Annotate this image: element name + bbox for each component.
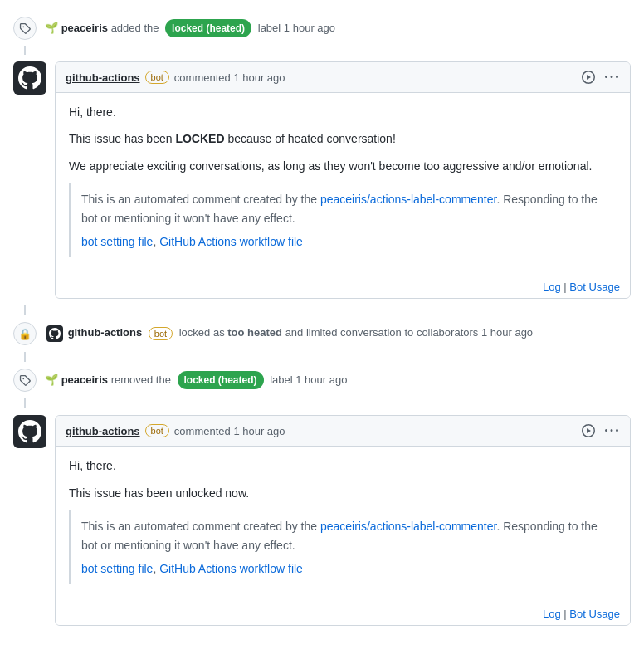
lock-bot-badge: bot bbox=[149, 327, 173, 340]
comment2-line-2: This issue has been unlocked now. bbox=[69, 484, 617, 502]
event-time: 1 hour ago bbox=[284, 22, 335, 34]
comment-body-2: Hi, there. This issue has been unlocked … bbox=[56, 447, 630, 603]
comment-line-2: This issue has been LOCKED because of he… bbox=[69, 129, 617, 148]
more-button-2[interactable] bbox=[603, 422, 620, 439]
removed-label-badge: locked (heated) bbox=[178, 371, 264, 389]
comment2-line-1: Hi, there. bbox=[69, 457, 617, 475]
bot-badge-2: bot bbox=[145, 424, 169, 437]
bot-badge-1: bot bbox=[145, 71, 169, 84]
commenter-link-2[interactable]: peaceiris/actions-label-commenter bbox=[320, 520, 496, 533]
bot-usage-link-1[interactable]: Bot Usage bbox=[569, 281, 620, 293]
workflow-link-1[interactable]: GitHub Actions workflow file bbox=[159, 235, 303, 248]
avatar-github-actions-1 bbox=[13, 61, 46, 95]
lock-actor-link[interactable]: github-actions bbox=[68, 327, 143, 339]
comment-author-1[interactable]: github-actions bbox=[66, 71, 140, 84]
comment-meta-2: commented 1 hour ago bbox=[174, 425, 285, 437]
label-remove-event: 🌱 peaceiris removed the locked (heated) … bbox=[45, 371, 347, 389]
comment-footer-2: Log | Bot Usage bbox=[56, 603, 630, 625]
comment-author-2[interactable]: github-actions bbox=[66, 425, 140, 437]
comment-line-1: Hi, there. bbox=[69, 103, 617, 121]
avatar-github-actions-2 bbox=[13, 415, 46, 448]
tag-icon-2 bbox=[13, 369, 37, 392]
more-button-1[interactable] bbox=[603, 69, 620, 85]
actor-emoji: 🌱 bbox=[45, 22, 58, 34]
comment-body-1: Hi, there. This issue has been LOCKED be… bbox=[56, 93, 630, 276]
commenter-link-1[interactable]: peaceiris/actions-label-commenter bbox=[320, 193, 496, 206]
emoji-button-2[interactable] bbox=[580, 422, 597, 439]
comment-container-2: github-actions bot commented 1 hour ago … bbox=[55, 415, 631, 626]
blockquote-1: This is an automated comment created by … bbox=[69, 183, 617, 257]
comment-header-2: github-actions bot commented 1 hour ago bbox=[56, 416, 630, 447]
lock-icon-circle: 🔒 bbox=[13, 322, 37, 345]
label-badge: locked (heated) bbox=[165, 19, 251, 37]
actor-emoji-2: 🌱 bbox=[45, 374, 58, 386]
inline-avatar-lock bbox=[46, 325, 63, 342]
log-link-2[interactable]: Log bbox=[543, 608, 561, 620]
comment-meta-1: commented 1 hour ago bbox=[174, 71, 285, 84]
tag-icon bbox=[13, 17, 37, 40]
actor-link[interactable]: peaceiris bbox=[61, 22, 108, 34]
comment-header-1: github-actions bot commented 1 hour ago bbox=[56, 62, 630, 93]
label-remove-time: 1 hour ago bbox=[295, 374, 347, 386]
workflow-link-2[interactable]: GitHub Actions workflow file bbox=[159, 562, 303, 575]
emoji-button-1[interactable] bbox=[580, 69, 597, 85]
blockquote-2: This is an automated comment created by … bbox=[69, 510, 617, 584]
lock-reason: too heated bbox=[227, 327, 282, 339]
bot-setting-link-2[interactable]: bot setting file bbox=[81, 562, 153, 575]
label-add-event: 🌱 peaceiris added the locked (heated) la… bbox=[45, 19, 335, 37]
comment-block-2: github-actions bot commented 1 hour ago … bbox=[13, 415, 631, 626]
comment-footer-1: Log | Bot Usage bbox=[56, 276, 630, 298]
log-link-1[interactable]: Log bbox=[543, 281, 561, 293]
lock-event: 🔒 github-actions bot locked as too heate… bbox=[13, 315, 631, 352]
bot-setting-link-1[interactable]: bot setting file bbox=[81, 235, 153, 248]
bot-usage-link-2[interactable]: Bot Usage bbox=[569, 608, 620, 620]
comment-block-1: github-actions bot commented 1 hour ago … bbox=[13, 61, 631, 299]
comment-line-3: We appreciate exciting conversations, as… bbox=[69, 157, 617, 175]
actor-link-2[interactable]: peaceiris bbox=[61, 374, 108, 386]
comment-container-1: github-actions bot commented 1 hour ago … bbox=[55, 61, 631, 299]
lock-time: 1 hour ago bbox=[481, 327, 533, 339]
